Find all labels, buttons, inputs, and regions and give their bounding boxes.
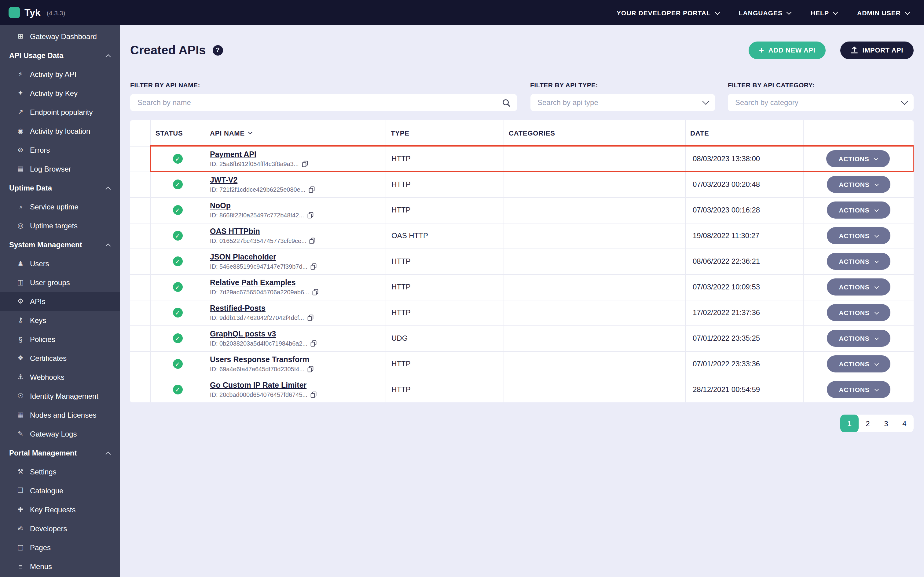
api-name-link[interactable]: JSON Placeholder (210, 253, 276, 261)
api-id-row: ID: 9ddb13d7462042f27042f4dcf... (210, 314, 385, 321)
api-name-link[interactable]: Restified-Posts (210, 304, 265, 313)
api-id: ID: 0b2038203a5d4f0c71984b6a2... (210, 340, 307, 347)
sidebar-item-activity-by-location[interactable]: ◉ Activity by location (0, 121, 120, 140)
pagination-page-2[interactable]: 2 (859, 414, 877, 432)
status-ok-icon: ✓ (173, 154, 183, 164)
pagination-page-3[interactable]: 3 (877, 414, 895, 432)
pagination-page-1[interactable]: 1 (840, 414, 859, 432)
sidebar-item-identity-management[interactable]: ☉ Identity Management (0, 387, 120, 405)
sidebar-item-catalogue[interactable]: ❐ Catalogue (0, 481, 120, 500)
actions-button[interactable]: ACTIONS (827, 279, 890, 295)
actions-button[interactable]: ACTIONS (827, 201, 890, 219)
api-id: ID: 25a6fb912f054fff4c3f8a9a3... (210, 161, 299, 167)
actions-button[interactable]: ACTIONS (827, 150, 890, 167)
sidebar-item-apis[interactable]: ⚙ APIs (0, 292, 120, 311)
import-api-button[interactable]: IMPORT API (840, 41, 914, 59)
copy-icon[interactable] (307, 212, 313, 219)
chevron-down-icon (715, 10, 720, 15)
add-new-api-button[interactable]: + ADD NEW API (749, 41, 826, 59)
actions-button[interactable]: ACTIONS (827, 355, 890, 372)
sidebar-item-errors[interactable]: ⊘ Errors (0, 140, 120, 160)
api-name-link[interactable]: Users Response Transform (210, 355, 309, 364)
sidebar-item-gateway-logs[interactable]: ✎ Gateway Logs (0, 424, 120, 443)
topbar-menu-languages[interactable]: LANGUAGES (739, 9, 791, 16)
sidebar-item-label: Menus (30, 562, 52, 571)
sidebar-item-developers[interactable]: ✍ Developers (0, 519, 120, 538)
api-type-select[interactable]: Search by api type (530, 94, 715, 111)
sidebar-item-certificates[interactable]: ❖ Certificates (0, 349, 120, 367)
row-actions-cell: ACTIONS (803, 197, 914, 223)
sidebar-item-gateway-dashboard[interactable]: ⊞ Gateway Dashboard (0, 27, 120, 46)
pagination-page-4[interactable]: 4 (895, 414, 914, 432)
api-name-link[interactable]: Go Custom IP Rate Limiter (210, 381, 307, 390)
sidebar-item-pages[interactable]: ▢ Pages (0, 538, 120, 557)
api-name-search-box (130, 94, 517, 111)
api-id-row: ID: 69a4e6fa47a645df70d2305f4... (210, 366, 385, 372)
sidebar-item-policies[interactable]: § Policies (0, 330, 120, 349)
actions-button[interactable]: ACTIONS (827, 176, 890, 193)
api-id-row: ID: 7d29ac67565045706a2209ab6... (210, 289, 385, 295)
chevron-down-icon (787, 10, 792, 15)
sidebar-item-users[interactable]: ♟ Users (0, 254, 120, 273)
sidebar-item-user-groups[interactable]: ◫ User groups (0, 273, 120, 292)
sidebar-item-label: Pages (30, 543, 51, 552)
sidebar-item-settings[interactable]: ⚒ Settings (0, 462, 120, 481)
row-name-cell: Restified-Posts ID: 9ddb13d7462042f27042… (205, 300, 386, 326)
sidebar-section-portal-management[interactable]: Portal Management (0, 443, 120, 462)
filter-api-category-label: FILTER BY API CATEGORY: (728, 81, 914, 89)
row-spacer-cell (130, 146, 150, 172)
sidebar-item-uptime-targets[interactable]: ◎ Uptime targets (0, 216, 120, 235)
sidebar-item-keys[interactable]: ⚷ Keys (0, 311, 120, 330)
sidebar-item-service-uptime[interactable]: ◔ Service uptime (0, 197, 120, 216)
copy-icon[interactable] (307, 314, 313, 321)
sidebar-nav: ⊞ Gateway Dashboard API Usage Data ⚡ Act… (0, 27, 120, 576)
sidebar-item-log-browser[interactable]: ▤ Log Browser (0, 160, 120, 178)
activity-by-api-icon: ⚡ (16, 70, 24, 78)
tyk-logo[interactable]: Tyk (4.3.3) (8, 7, 65, 18)
sidebar-section-uptime-data[interactable]: Uptime Data (0, 178, 120, 197)
sidebar-item-endpoint-popularity[interactable]: ↗ Endpoint popularity (0, 103, 120, 121)
copy-icon[interactable] (309, 187, 315, 193)
copy-icon[interactable] (310, 392, 317, 398)
topbar-menu-developer-portal[interactable]: YOUR DEVELOPER PORTAL (617, 9, 719, 16)
api-name-link[interactable]: Relative Path Examples (210, 279, 296, 287)
api-name-link[interactable]: NoOp (210, 201, 231, 210)
actions-button[interactable]: ACTIONS (827, 253, 890, 270)
actions-button-label: ACTIONS (838, 155, 869, 163)
help-button[interactable]: ? (213, 45, 223, 55)
sidebar-section-system-management[interactable]: System Management (0, 235, 120, 254)
api-category-select[interactable]: Search by category (728, 94, 914, 111)
actions-button[interactable]: ACTIONS (827, 227, 890, 244)
topbar-menu-item-label: HELP (811, 9, 829, 16)
api-name-link[interactable]: Payment API (210, 150, 256, 159)
sidebar-item-key-requests[interactable]: ✚ Key Requests (0, 500, 120, 519)
actions-button[interactable]: ACTIONS (827, 330, 890, 347)
sidebar-item-activity-by-key[interactable]: ✦ Activity by Key (0, 84, 120, 103)
copy-icon[interactable] (310, 340, 317, 347)
sidebar-item-label: Nodes and Licenses (30, 411, 97, 419)
topbar: Tyk (4.3.3) YOUR DEVELOPER PORTAL LANGUA… (0, 0, 924, 25)
sidebar-section-api-usage-data[interactable]: API Usage Data (0, 46, 120, 65)
topbar-menu-help[interactable]: HELP (811, 9, 838, 16)
actions-button[interactable]: ACTIONS (827, 381, 890, 398)
sidebar-item-activity-by-api[interactable]: ⚡ Activity by API (0, 65, 120, 84)
api-name-search-input[interactable] (137, 98, 499, 107)
sidebar-item-nodes-and-licenses[interactable]: ▦ Nodes and Licenses (0, 405, 120, 424)
sidebar-item-webhooks[interactable]: ⚓ Webhooks (0, 367, 120, 387)
api-name-link[interactable]: GraphQL posts v3 (210, 330, 276, 338)
api-name-link[interactable]: OAS HTTPbin (210, 227, 260, 236)
copy-icon[interactable] (302, 161, 308, 167)
table-row: ✓ GraphQL posts v3 ID: 0b2038203a5d4f0c7… (130, 326, 914, 351)
actions-button[interactable]: ACTIONS (827, 304, 890, 321)
copy-icon[interactable] (307, 366, 313, 372)
sidebar-item-label: Activity by API (30, 70, 76, 79)
copy-icon[interactable] (312, 289, 318, 295)
copy-icon[interactable] (310, 263, 317, 270)
col-api-name[interactable]: API NAME (205, 120, 386, 146)
api-id-row: ID: 0b2038203a5d4f0c71984b6a2... (210, 340, 385, 347)
sidebar-item-menus[interactable]: ≡ Menus (0, 557, 120, 576)
row-type-cell: HTTP (386, 300, 504, 326)
copy-icon[interactable] (310, 237, 316, 244)
topbar-menu-admin-user[interactable]: ADMIN USER (857, 9, 909, 16)
api-name-link[interactable]: JWT-V2 (210, 176, 237, 185)
